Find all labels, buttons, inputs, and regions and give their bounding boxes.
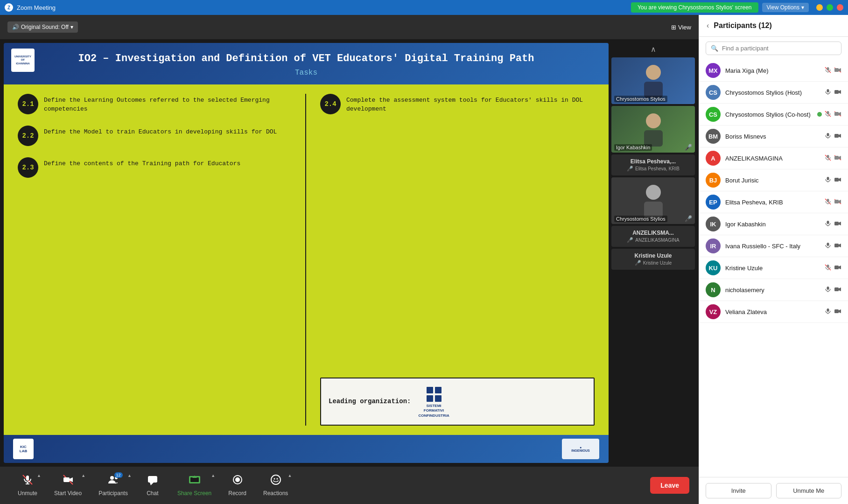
mic-on-icon bbox=[825, 242, 831, 250]
video-tile-2: Igor Kabashkin 🎤 bbox=[611, 106, 695, 153]
mic-off-icon bbox=[825, 67, 831, 75]
svg-marker-77 bbox=[839, 266, 841, 269]
video-tile-3-name: Chrysostomos Stylios bbox=[614, 216, 667, 222]
chat-label: Chat bbox=[147, 490, 158, 497]
participant-avatar: KU bbox=[706, 260, 721, 275]
video-tile-3: Chrysostomos Stylios 🎤 bbox=[611, 177, 695, 224]
participants-button[interactable]: 12 Participants ▲ bbox=[90, 470, 136, 500]
svg-rect-2 bbox=[427, 395, 433, 402]
slide-content: UNIVERSITYOFIOANNINA IO2 – Investigation… bbox=[4, 43, 609, 463]
svg-rect-65 bbox=[827, 221, 829, 224]
participant-item: BMBoriss Misnevs bbox=[699, 126, 848, 147]
participant-item: MXMaria Xiga (Me) bbox=[699, 60, 848, 82]
anzeliksma-label: ANZELIKSMA... bbox=[611, 228, 695, 237]
participant-avatar: BM bbox=[706, 129, 721, 144]
leading-org-box: Leading organization: SISTEMIFORMATIVICO… bbox=[320, 378, 595, 426]
maximize-button[interactable] bbox=[827, 4, 833, 11]
participant-icons bbox=[817, 111, 841, 119]
svg-rect-80 bbox=[834, 287, 839, 291]
start-video-label: Start Video bbox=[54, 490, 82, 497]
view-options-button[interactable]: View Options ▾ bbox=[762, 3, 809, 12]
svg-rect-37 bbox=[834, 90, 839, 94]
participant-item: IRIvana Russiello - SFC - Italy bbox=[699, 235, 848, 257]
task-item-2-3: 2.3 Define the contents of the Training … bbox=[18, 157, 296, 178]
svg-rect-45 bbox=[827, 133, 829, 136]
svg-point-4 bbox=[646, 65, 661, 80]
mic-on-icon bbox=[825, 133, 831, 140]
search-box[interactable]: 🔍 bbox=[706, 42, 841, 55]
svg-point-27 bbox=[273, 478, 275, 480]
unmute-button[interactable]: Unmute ▲ bbox=[9, 470, 46, 500]
reactions-button[interactable]: Reactions ▲ bbox=[255, 470, 296, 500]
elitsa-sub: 🎤 Elitsa Pesheva, KRIB bbox=[611, 166, 695, 174]
leave-button[interactable]: Leave bbox=[650, 477, 689, 494]
video-tile-3-mic: 🎤 bbox=[685, 215, 692, 222]
svg-rect-76 bbox=[834, 266, 839, 269]
participant-icons bbox=[825, 308, 841, 316]
view-controls: ⊞ View bbox=[671, 24, 691, 31]
video-tile-2-name: Igor Kabashkin bbox=[614, 144, 652, 151]
svg-point-25 bbox=[235, 477, 240, 482]
task-num-2-2: 2.2 bbox=[18, 126, 38, 146]
participant-name: Elitsa Pesheva, KRIB bbox=[725, 199, 820, 206]
slide-body: 2.1 Define the Learning Outcomes referre… bbox=[4, 84, 609, 435]
participant-icons bbox=[825, 154, 841, 162]
elitsa-label: Elitsa Pesheva,... bbox=[611, 156, 695, 166]
share-screen-button[interactable]: Share Screen ▲ bbox=[169, 470, 220, 500]
participant-list: MXMaria Xiga (Me)CSChrysostomos Stylios … bbox=[699, 60, 848, 477]
reactions-icon bbox=[270, 474, 281, 488]
svg-rect-30 bbox=[827, 67, 829, 70]
participants-arrow[interactable]: ▲ bbox=[127, 473, 132, 478]
cam-on-icon bbox=[834, 286, 841, 294]
start-video-button[interactable]: Start Video ▲ bbox=[46, 470, 90, 500]
panel-collapse-button[interactable]: ‹ bbox=[707, 21, 709, 30]
toolbar: Unmute ▲ Start Video ▲ bbox=[0, 467, 699, 504]
minimize-button[interactable] bbox=[816, 4, 823, 11]
svg-rect-15 bbox=[63, 477, 70, 482]
sound-toggle-button[interactable]: 🔊 Original Sound: Off ▾ bbox=[7, 21, 78, 33]
svg-rect-33 bbox=[834, 68, 839, 72]
invite-button[interactable]: Invite bbox=[706, 483, 771, 498]
search-input[interactable] bbox=[722, 45, 836, 52]
participant-item: Nnicholasemery bbox=[699, 279, 848, 301]
participant-icons bbox=[825, 198, 841, 206]
unmute-me-button[interactable]: Unmute Me bbox=[776, 483, 842, 498]
participant-name: Chrysostomos Stylios (Co-host) bbox=[725, 111, 813, 118]
main-area: 🔊 Original Sound: Off ▾ ⊞ View UNIVERSIT… bbox=[0, 15, 848, 504]
svg-rect-53 bbox=[834, 156, 839, 160]
cam-on-icon bbox=[834, 89, 841, 96]
chat-button[interactable]: Chat bbox=[136, 470, 169, 500]
unmute-arrow[interactable]: ▲ bbox=[37, 473, 41, 478]
slide-left: 2.1 Define the Learning Outcomes referre… bbox=[18, 94, 306, 426]
participant-icons bbox=[825, 286, 841, 294]
participants-icon: 12 bbox=[108, 474, 119, 488]
video-strip: ∧ Chrysostomos Stylios bbox=[609, 43, 695, 463]
mic-on-icon bbox=[825, 308, 831, 316]
cam-on-icon bbox=[834, 308, 841, 315]
participant-name: Kristine Uzule bbox=[725, 265, 820, 272]
svg-marker-48 bbox=[839, 134, 841, 138]
participant-item: KUKristine Uzule bbox=[699, 257, 848, 279]
slide-right: 2.4 Complete the assessment system tools… bbox=[306, 94, 595, 426]
svg-rect-1 bbox=[435, 387, 442, 393]
svg-rect-57 bbox=[834, 178, 839, 182]
participant-item: IKIgor Kabashkin bbox=[699, 213, 848, 235]
cam-off-icon bbox=[834, 67, 841, 74]
video-tile-2-mic: 🎤 bbox=[685, 144, 692, 151]
participant-name: Ivana Russiello - SFC - Italy bbox=[725, 243, 820, 250]
video-arrow[interactable]: ▲ bbox=[81, 473, 85, 478]
participant-item: AANZELIKASMAGINA bbox=[699, 147, 848, 169]
mic-on-icon bbox=[825, 89, 831, 97]
close-button[interactable] bbox=[837, 4, 843, 11]
svg-rect-43 bbox=[834, 112, 839, 116]
record-button[interactable]: Record bbox=[220, 470, 255, 500]
reactions-arrow[interactable]: ▲ bbox=[287, 473, 292, 478]
participant-item: BJBorut Jurisic bbox=[699, 169, 848, 191]
kristine-section: Kristine Uzule 🎤 Kristine Uzule bbox=[611, 249, 695, 270]
mic-on-icon bbox=[825, 176, 831, 184]
view-button[interactable]: ⊞ View bbox=[671, 24, 691, 31]
svg-marker-72 bbox=[839, 244, 841, 247]
video-strip-collapse[interactable]: ∧ bbox=[611, 43, 695, 56]
share-arrow[interactable]: ▲ bbox=[211, 473, 215, 478]
cam-on-icon bbox=[834, 242, 841, 250]
